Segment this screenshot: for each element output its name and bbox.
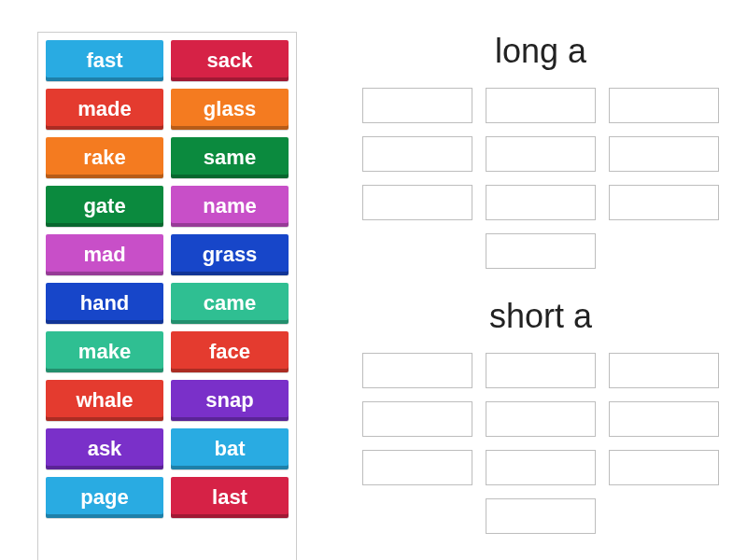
word-tile[interactable]: hand: [46, 283, 163, 324]
categories-panel: long ashort a: [334, 32, 747, 560]
word-tile[interactable]: rake: [46, 137, 163, 178]
drop-slot[interactable]: [486, 136, 596, 172]
word-tile[interactable]: gate: [46, 186, 163, 227]
category: short a: [334, 297, 747, 534]
drop-slot[interactable]: [362, 450, 472, 485]
drop-slot[interactable]: [486, 353, 596, 388]
category: long a: [334, 32, 747, 269]
drop-slot[interactable]: [609, 136, 719, 172]
slot-grid: [334, 88, 747, 269]
word-tile[interactable]: make: [46, 331, 163, 372]
drop-slot[interactable]: [486, 185, 596, 220]
drop-slot[interactable]: [362, 353, 472, 388]
game-area: fastsackmadeglassrakesamegatenamemadgras…: [0, 0, 747, 560]
word-tile[interactable]: bat: [171, 428, 289, 469]
category-title: short a: [334, 297, 747, 336]
drop-slot[interactable]: [486, 88, 596, 123]
word-tile[interactable]: whale: [46, 380, 163, 421]
drop-slot[interactable]: [609, 185, 719, 220]
drop-slot[interactable]: [486, 498, 596, 534]
drop-slot[interactable]: [486, 401, 596, 437]
word-tile[interactable]: last: [171, 477, 289, 518]
slot-grid: [334, 353, 747, 534]
category-title: long a: [334, 32, 747, 71]
drop-slot[interactable]: [362, 88, 472, 123]
drop-slot[interactable]: [362, 185, 472, 220]
drop-slot[interactable]: [486, 233, 596, 269]
word-tile[interactable]: page: [46, 477, 163, 518]
drop-slot[interactable]: [609, 353, 719, 388]
tile-bank: fastsackmadeglassrakesamegatenamemadgras…: [37, 32, 297, 560]
drop-slot[interactable]: [362, 401, 472, 437]
word-tile[interactable]: name: [171, 186, 289, 227]
drop-slot[interactable]: [486, 450, 596, 485]
word-tile[interactable]: came: [171, 283, 289, 324]
word-tile[interactable]: mad: [46, 234, 163, 275]
word-tile[interactable]: face: [171, 331, 289, 372]
word-tile[interactable]: ask: [46, 428, 163, 469]
word-tile[interactable]: glass: [171, 89, 289, 130]
drop-slot[interactable]: [609, 450, 719, 485]
word-tile[interactable]: made: [46, 89, 163, 130]
word-tile[interactable]: grass: [171, 234, 289, 275]
word-tile[interactable]: same: [171, 137, 289, 178]
drop-slot[interactable]: [362, 136, 472, 172]
word-tile[interactable]: sack: [171, 40, 289, 81]
word-tile[interactable]: fast: [46, 40, 163, 81]
drop-slot[interactable]: [609, 88, 719, 123]
drop-slot[interactable]: [609, 401, 719, 437]
word-tile[interactable]: snap: [171, 380, 289, 421]
